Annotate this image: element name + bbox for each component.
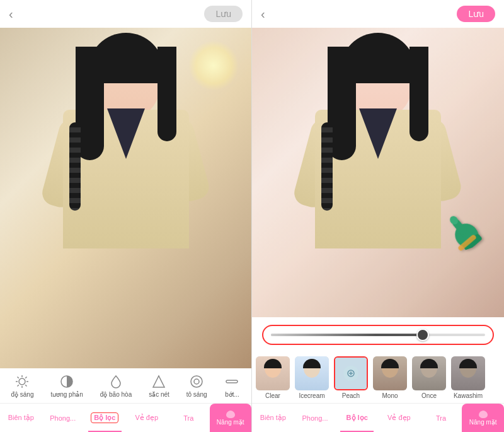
right-braid: [321, 122, 333, 211]
left-header: ‹ Lưu: [0, 0, 251, 28]
filter-slider[interactable]: [271, 334, 485, 336]
contrast-label: tương phản: [50, 391, 83, 398]
right-photo: [252, 28, 504, 317]
left-photo: [0, 28, 251, 368]
left-photo-area: [0, 28, 251, 368]
nav-nangmat-right[interactable]: Nâng mặt: [462, 404, 504, 432]
filter-peach[interactable]: Peach: [333, 356, 369, 399]
nangmat-icon-right: [478, 411, 488, 418]
svg-line-6: [26, 385, 27, 386]
nav-boloc-left[interactable]: Bộ lọc: [84, 404, 126, 432]
filter-mono-thumb: [373, 356, 407, 390]
slider-track: [271, 334, 421, 336]
right-collar-right: [378, 108, 397, 159]
svg-line-7: [26, 377, 27, 378]
nav-phong-left[interactable]: Phong...: [42, 404, 84, 432]
left-panel: ‹ Lưu: [0, 0, 252, 432]
nav-tra-right[interactable]: Tra: [420, 404, 462, 432]
filter-icecream-thumb: [295, 356, 329, 390]
nav-edit-left[interactable]: Biên tập: [0, 404, 42, 432]
sharpness-label: sắc nét: [149, 391, 169, 398]
left-save-button[interactable]: Lưu: [204, 6, 243, 22]
right-save-button[interactable]: Lưu: [457, 6, 495, 22]
nav-phong-right[interactable]: Phong...: [294, 404, 336, 432]
filter-clear-label: Clear: [265, 392, 280, 399]
filter-mono[interactable]: Mono: [372, 356, 408, 399]
nav-vedep-left[interactable]: Vẻ đẹp: [126, 404, 168, 432]
slider-area: [252, 317, 504, 353]
filter-kawashim-label: Kawashim: [454, 392, 483, 399]
filter-kawashim[interactable]: Kawashim: [450, 356, 486, 399]
nav-tra-left[interactable]: Tra: [168, 404, 210, 432]
svg-point-12: [194, 379, 199, 384]
svg-line-8: [18, 385, 19, 386]
triangle-icon: [151, 373, 167, 390]
braid: [69, 122, 81, 211]
filter-once[interactable]: Once: [411, 356, 447, 399]
saturation-tool[interactable]: độ bão hòa: [100, 373, 132, 398]
girl-figure: [38, 28, 214, 368]
highlight-icon: [188, 373, 205, 390]
nav-edit-right[interactable]: Biên tập: [252, 404, 294, 432]
brightness-label: độ sáng: [11, 391, 33, 398]
sharpness-tool[interactable]: sắc nét: [149, 373, 169, 398]
nav-vedep-right[interactable]: Vẻ đẹp: [378, 404, 420, 432]
filter-mono-label: Mono: [382, 392, 398, 399]
right-photo-area: [252, 28, 504, 317]
right-bottom-nav: Biên tập Phong... Bộ lọc Vẻ đẹp Tra Nâng…: [252, 403, 504, 432]
filter-clear-thumb: [256, 356, 290, 390]
right-collar-left: [359, 108, 378, 159]
svg-point-0: [19, 378, 25, 385]
contrast-tool[interactable]: tương phản: [50, 373, 83, 398]
collar-right: [126, 108, 145, 159]
highlight-label: tô sáng: [186, 391, 207, 398]
slider-thumb[interactable]: [416, 329, 429, 341]
saturation-label: độ bão hòa: [100, 391, 132, 398]
right-header: ‹ Lưu: [252, 0, 504, 28]
svg-line-5: [18, 377, 19, 378]
collar-left: [107, 108, 126, 159]
svg-point-11: [191, 376, 202, 387]
filter-once-label: Once: [421, 392, 437, 399]
sun-icon: [14, 373, 30, 390]
left-toolbar: độ sáng tương phản độ bão hòa: [0, 368, 251, 403]
left-bottom-nav: Biên tập Phong... Bộ lọc Vẻ đẹp Tra Nâng…: [0, 403, 251, 432]
nav-nangmat-left[interactable]: Nâng mặt: [210, 404, 252, 432]
more-tool[interactable]: bớt...: [224, 373, 240, 398]
half-circle-icon: [59, 373, 75, 390]
nav-boloc-right[interactable]: Bộ lọc: [336, 404, 378, 432]
right-panel: ‹ Lưu: [252, 0, 504, 432]
filter-peach-label: Peach: [342, 392, 360, 399]
right-girl-figure: [290, 28, 466, 317]
filter-kawashim-thumb: [451, 356, 485, 390]
filter-icecream[interactable]: Icecream: [294, 356, 330, 399]
left-back-button[interactable]: ‹: [9, 7, 13, 21]
highlight-tool[interactable]: tô sáng: [186, 373, 207, 398]
more-icon: [224, 373, 240, 390]
brightness-tool[interactable]: độ sáng: [11, 373, 33, 398]
drop-icon: [108, 373, 124, 390]
filter-icecream-label: Icecream: [299, 392, 324, 399]
filter-peach-thumb: [334, 356, 368, 390]
right-hair-side-right: [410, 47, 428, 141]
nangmat-icon-left: [226, 411, 236, 418]
hair-side-right: [158, 47, 176, 141]
right-back-button[interactable]: ‹: [261, 7, 265, 21]
filter-strip: Clear Icecream: [252, 353, 504, 403]
filter-once-thumb: [412, 356, 446, 390]
svg-marker-10: [153, 376, 164, 387]
svg-rect-13: [226, 380, 238, 383]
more-label: bớt...: [225, 391, 239, 398]
filter-slider-container[interactable]: [262, 325, 494, 345]
peach-selected-icon: [343, 366, 358, 381]
filter-clear[interactable]: Clear: [255, 356, 291, 399]
